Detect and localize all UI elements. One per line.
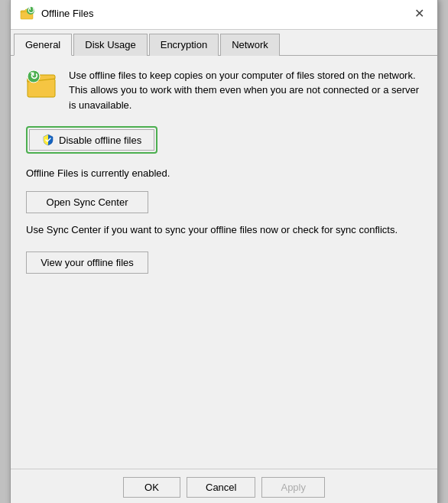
info-row: ↻ Use offline files to keep copies on yo… bbox=[26, 68, 422, 113]
disable-button-highlight: Disable offline files bbox=[26, 126, 157, 154]
title-bar-left: ↻ Offline Files bbox=[20, 6, 93, 21]
cancel-button[interactable]: Cancel bbox=[187, 477, 255, 498]
footer: OK Cancel Apply bbox=[11, 469, 437, 504]
status-text: Offline Files is currently enabled. bbox=[26, 167, 422, 179]
tab-encryption[interactable]: Encryption bbox=[149, 34, 219, 56]
open-sync-center-button[interactable]: Open Sync Center bbox=[26, 191, 148, 213]
offline-files-title-icon: ↻ bbox=[20, 6, 35, 21]
offline-files-window: ↻ Offline Files ✕ General Disk Usage Enc… bbox=[10, 0, 438, 503]
shield-icon bbox=[42, 134, 54, 146]
disable-offline-files-button[interactable]: Disable offline files bbox=[29, 129, 154, 151]
window-title: Offline Files bbox=[41, 8, 93, 19]
disable-button-label: Disable offline files bbox=[59, 135, 141, 146]
info-description: Use offline files to keep copies on your… bbox=[69, 68, 422, 113]
apply-button[interactable]: Apply bbox=[261, 477, 325, 498]
tab-network[interactable]: Network bbox=[220, 34, 280, 56]
tab-general[interactable]: General bbox=[14, 34, 72, 56]
tab-disk-usage[interactable]: Disk Usage bbox=[73, 34, 147, 56]
svg-text:↻: ↻ bbox=[30, 70, 38, 81]
sync-description: Use Sync Center if you want to sync your… bbox=[26, 222, 422, 238]
content-area: ↻ Use offline files to keep copies on yo… bbox=[11, 56, 437, 469]
title-bar: ↻ Offline Files ✕ bbox=[11, 0, 437, 30]
folder-sync-icon: ↻ bbox=[26, 68, 60, 102]
close-button[interactable]: ✕ bbox=[410, 5, 428, 23]
svg-text:↻: ↻ bbox=[27, 6, 35, 16]
ok-button[interactable]: OK bbox=[123, 477, 180, 498]
tab-bar: General Disk Usage Encryption Network bbox=[11, 30, 437, 56]
view-offline-files-button[interactable]: View your offline files bbox=[26, 251, 148, 274]
